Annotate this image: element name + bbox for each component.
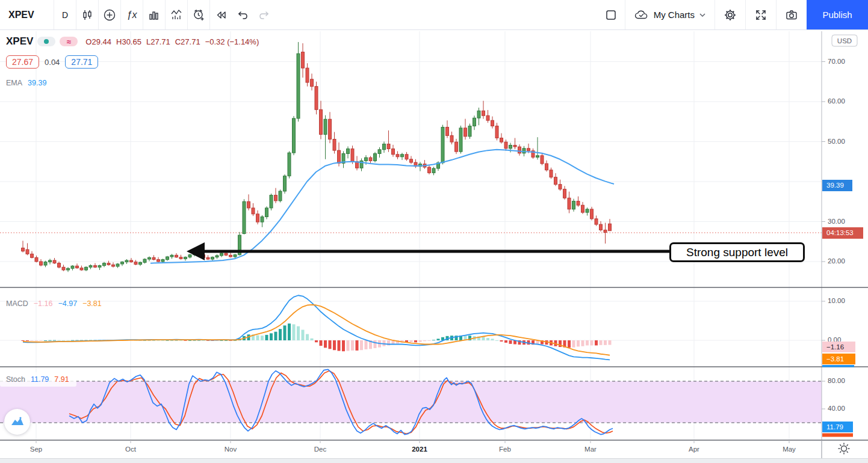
candle-body — [428, 167, 431, 173]
bid-box[interactable]: 27.67 — [6, 55, 39, 69]
candle-body — [600, 224, 603, 230]
redo-icon[interactable] — [253, 0, 275, 29]
candle-body — [274, 195, 277, 201]
candle-body — [401, 155, 404, 157]
ask-box[interactable]: 27.71 — [65, 55, 98, 69]
svg-text:Sep: Sep — [30, 446, 42, 453]
macd-histogram-bar — [302, 330, 305, 340]
symbol-button[interactable]: XPEV — [0, 0, 54, 29]
macd-legend[interactable]: MACD −1.16 −4.97 −3.81 — [6, 299, 102, 308]
candle-body — [31, 254, 34, 257]
chart-canvas[interactable]: USD70.0060.0050.0030.0020.0010.000.0080.… — [0, 0, 868, 463]
svg-text:Apr: Apr — [689, 446, 699, 453]
macd-histogram-bar — [279, 329, 282, 340]
macd-axis-badge — [822, 365, 854, 367]
macd-histogram-bar — [329, 340, 332, 349]
top-toolbar: XPEV D ƒx — [0, 0, 868, 30]
candle-body — [500, 138, 503, 143]
candle-body — [563, 189, 566, 198]
stoch-legend[interactable]: Stoch 11.79 7.91 — [0, 372, 76, 387]
svg-text:20.00: 20.00 — [828, 257, 845, 265]
macd-histogram-bar — [44, 340, 47, 341]
candle-body — [112, 265, 115, 266]
macd-histogram-bar — [261, 336, 264, 340]
candle-body — [351, 149, 354, 161]
candle-body — [125, 260, 128, 262]
indicators-fx-icon[interactable]: ƒx — [121, 0, 143, 29]
pre-market-wave-icon[interactable]: ≈ — [60, 37, 78, 46]
candle-body — [306, 68, 309, 82]
candle-body — [527, 149, 530, 151]
macd-histogram-bar — [58, 340, 61, 341]
fullscreen-icon[interactable] — [746, 0, 776, 29]
stoch-overbought-band — [0, 381, 822, 423]
candle-body — [49, 260, 52, 262]
candle-body — [464, 128, 467, 136]
macd-histogram-bar — [374, 340, 377, 348]
change-value: −0.32 (−1.14%) — [205, 37, 259, 46]
macd-histogram-bar — [76, 340, 79, 341]
chart-window: USD70.0060.0050.0030.0020.0010.000.0080.… — [0, 0, 868, 463]
candle-body — [559, 185, 562, 189]
macd-histogram-bar — [360, 340, 363, 350]
candle-body — [338, 150, 341, 163]
macd-histogram-bar — [188, 340, 191, 341]
macd-histogram-bar — [419, 340, 422, 342]
gear-icon[interactable] — [715, 0, 745, 29]
candle-body — [261, 217, 264, 222]
candle-body — [26, 250, 29, 254]
market-status-dot-icon[interactable] — [37, 37, 55, 46]
candlestick-style-icon[interactable] — [76, 0, 98, 29]
macd-histogram-bar — [22, 340, 25, 341]
candle-body — [143, 259, 146, 262]
camera-icon[interactable] — [777, 0, 807, 29]
candle-body — [482, 111, 485, 115]
candle-body — [455, 142, 458, 152]
candle-body — [293, 118, 296, 153]
candle-body — [152, 257, 155, 259]
candle-body — [591, 209, 594, 219]
candle-body — [522, 149, 525, 153]
macd-histogram-bar — [491, 339, 494, 340]
chart-bubble-button[interactable] — [4, 409, 30, 435]
candle-body — [468, 126, 471, 136]
svg-text:Mar: Mar — [584, 446, 597, 453]
macd-histogram-bar — [559, 340, 562, 347]
interval-button[interactable]: D — [54, 0, 76, 29]
macd-histogram-bar — [428, 340, 431, 341]
candle-body — [365, 158, 368, 161]
candle-body — [329, 119, 332, 139]
open-value: O29.44 — [85, 37, 111, 46]
ema-legend[interactable]: EMA 39.39 — [6, 79, 46, 87]
add-plus-icon[interactable] — [99, 0, 120, 29]
candle-body — [504, 142, 507, 149]
svg-text:May: May — [783, 446, 796, 453]
macd-histogram-bar — [40, 340, 43, 341]
legend-symbol: XPEV — [6, 35, 33, 48]
alert-clock-icon[interactable] — [188, 0, 209, 29]
candle-body — [243, 201, 246, 233]
candle-body — [450, 136, 453, 143]
support-annotation-box[interactable]: Strong support level — [669, 242, 805, 262]
publish-button[interactable]: Publish — [807, 0, 868, 29]
rewind-icon[interactable] — [210, 0, 232, 29]
svg-text:04:13:53: 04:13:53 — [826, 229, 854, 236]
cloud-check-icon — [634, 8, 649, 22]
candle-body — [473, 118, 476, 126]
candle-body — [121, 262, 124, 264]
layout-square-icon[interactable] — [597, 0, 625, 29]
candle-body — [581, 205, 584, 212]
candle-body — [405, 155, 408, 159]
macd-histogram-bar — [311, 339, 314, 340]
symbol-legend[interactable]: XPEV ≈ O29.44 H30.65 L27.71 C27.71 −0.32… — [6, 35, 259, 48]
compare-bars-icon[interactable] — [143, 0, 165, 29]
my-charts-menu[interactable]: My Charts — [625, 0, 715, 29]
undo-icon[interactable] — [232, 0, 253, 29]
bid-ask-row: 27.67 0.04 27.71 — [6, 55, 98, 69]
candle-body — [536, 156, 539, 158]
candle-body — [545, 164, 548, 170]
candle-body — [225, 253, 228, 255]
candle-body — [256, 214, 259, 222]
templates-sparkline-icon[interactable] — [166, 0, 187, 29]
candle-body — [116, 264, 119, 266]
